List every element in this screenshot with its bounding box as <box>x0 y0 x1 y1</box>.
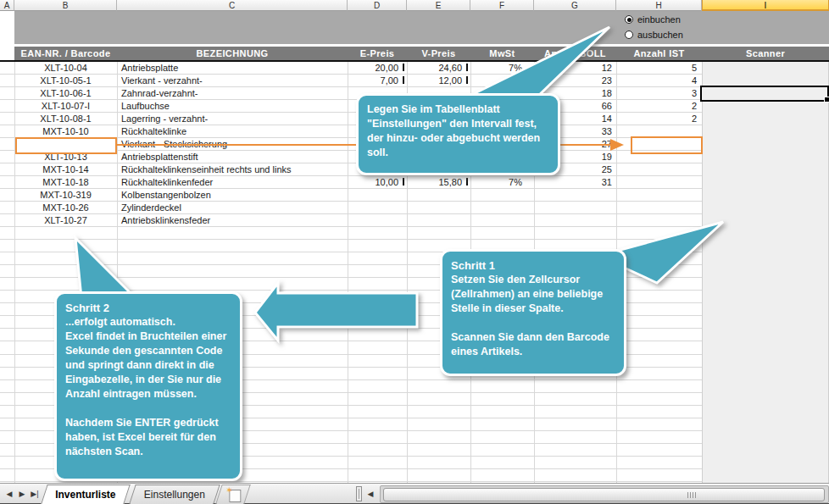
cell-anzahl-ist[interactable]: 2 <box>616 113 702 125</box>
column-letter-F[interactable]: F <box>470 0 534 11</box>
table-row: MXT-10-10Rückhalteklinke33 <box>0 125 702 138</box>
cell-bezeichnung[interactable]: Zylinderdeckel <box>117 202 348 213</box>
cell-anzahl-ist[interactable]: 2 <box>616 100 702 112</box>
sheet-nav-prev-button[interactable]: ◀ <box>3 486 15 501</box>
cell-mwst[interactable] <box>470 214 534 226</box>
cell-bezeichnung[interactable]: Antriebsplattenstift <box>117 151 348 163</box>
cell-v_preis[interactable] <box>407 189 470 201</box>
price-value <box>407 214 470 226</box>
cell-v_preis[interactable]: 12,00 <box>407 75 470 86</box>
cell-e_preis[interactable] <box>348 202 407 213</box>
cell-anzahl-ist[interactable]: 4 <box>616 75 702 86</box>
cell-ean-code[interactable]: MXT-10-14 <box>14 163 117 175</box>
cell-bezeichnung[interactable]: Antriebsplatte <box>117 62 348 74</box>
cell-anzahl-ist[interactable] <box>616 163 702 175</box>
column-letter-B[interactable]: B <box>14 0 117 11</box>
cell-ean-code[interactable]: XLT-10-06-1 <box>14 87 117 99</box>
cell-e_preis[interactable]: 20,00 <box>348 62 407 74</box>
cell-mwst[interactable] <box>470 202 534 213</box>
cell-bezeichnung[interactable]: Antriebsklinkensfeder <box>117 214 348 226</box>
table-row: XLT-10-06-1Zahnrad-verzahnt-183 <box>0 87 702 100</box>
cell-v_preis[interactable]: 15,80 <box>407 176 470 188</box>
cell-anzahl-soll[interactable] <box>534 189 616 201</box>
cell-mwst[interactable] <box>470 75 534 86</box>
cell-anzahl-ist[interactable]: 3 <box>616 87 702 99</box>
price-value <box>407 189 470 201</box>
cell-anzahl-ist[interactable] <box>616 214 702 226</box>
cell-mwst[interactable]: 7% <box>470 62 534 74</box>
cell-mwst[interactable] <box>470 189 534 201</box>
cell-anzahl-soll[interactable]: 23 <box>534 75 616 86</box>
cell-anzahl-ist[interactable] <box>616 202 702 213</box>
cell-v_preis[interactable] <box>407 202 470 213</box>
cell-anzahl-soll[interactable] <box>534 214 616 226</box>
cell-bezeichnung[interactable]: Vierkant - verzahnt- <box>117 75 348 86</box>
column-letter-A[interactable]: A <box>0 0 14 11</box>
cell-bezeichnung[interactable]: Laufbuchse <box>117 100 348 112</box>
table-row: XLT-10-27Antriebsklinkensfeder <box>0 214 702 227</box>
merged-top-band <box>14 11 829 44</box>
sheet-nav-next-button[interactable]: ▶ <box>16 486 28 501</box>
radio-einbuchen[interactable]: einbuchen <box>625 14 681 25</box>
cell-anzahl-ist[interactable] <box>616 176 702 188</box>
cell-anzahl-ist[interactable]: 5 <box>616 62 702 74</box>
cell-ean-code[interactable]: MXT-10-26 <box>14 202 117 213</box>
cell-bezeichnung[interactable]: Rückhalteklinkenseinheit rechts und link… <box>117 163 348 175</box>
cell-e_preis[interactable] <box>348 214 407 226</box>
cell-ean-code[interactable]: MXT-10-18 <box>14 176 117 188</box>
callout-step2: Schritt 2 ...erfolgt automatisch. Excel … <box>54 291 242 481</box>
cell-v_preis[interactable] <box>407 214 470 226</box>
horizontal-scrollbar[interactable] <box>380 485 829 503</box>
cell-ean-code[interactable]: XLT-10-05-1 <box>14 75 117 86</box>
radio-dot <box>627 18 631 22</box>
column-letter-G[interactable]: G <box>534 0 616 11</box>
highlight-rect-barcode-cell <box>15 137 117 154</box>
sheet-nav-last-button[interactable]: ▶| <box>29 486 41 501</box>
cell-ean-code[interactable]: XLT-10-08-1 <box>14 113 117 125</box>
column-letter-H[interactable]: H <box>616 0 702 11</box>
price-number: 7,00 <box>381 75 398 86</box>
insert-worksheet-tab[interactable]: ✶ <box>215 485 250 504</box>
radio-circle-icon <box>625 15 633 24</box>
cell-anzahl-soll[interactable] <box>534 202 616 213</box>
price-value <box>407 202 470 213</box>
cell-ean-code[interactable]: MXT-10-319 <box>14 189 117 201</box>
cell-e_preis[interactable] <box>348 189 407 201</box>
price-value: 24,60 <box>407 62 470 74</box>
cell-bezeichnung[interactable]: Rückhalteklinke <box>117 125 348 137</box>
cell-anzahl-soll[interactable]: 12 <box>534 62 616 74</box>
cell-ean-code[interactable]: XLT-10-07-I <box>14 100 117 112</box>
column-letter-E[interactable]: E <box>407 0 470 11</box>
cell-ean-code[interactable]: MXT-10-10 <box>14 125 117 137</box>
price-value: 12,00 <box>407 75 470 86</box>
cell-anzahl-soll[interactable]: 31 <box>534 176 616 188</box>
column-letter-D[interactable]: D <box>348 0 407 11</box>
active-cell-scanner[interactable] <box>700 86 829 102</box>
column-letter-I[interactable]: I <box>702 0 829 11</box>
column-letter-C[interactable]: C <box>117 0 348 11</box>
cell-ean-code[interactable]: XLT-10-27 <box>14 214 117 226</box>
radio-ausbuchen[interactable]: ausbuchen <box>625 30 683 40</box>
sheet-tab-einstellungen[interactable]: Einstellungen <box>129 485 220 504</box>
price-number: 24,60 <box>438 62 462 74</box>
cell-e_preis[interactable]: 10,00 <box>348 176 407 188</box>
cell-bezeichnung[interactable]: Zahnrad-verzahnt- <box>117 87 348 99</box>
cell-v_preis[interactable]: 24,60 <box>407 62 470 74</box>
cell-ean-code[interactable]: XLT-10-04 <box>14 62 117 74</box>
cell-anzahl-ist[interactable] <box>616 189 702 201</box>
price-value: 7,00 <box>348 75 407 86</box>
price-value <box>348 202 407 213</box>
cell-e_preis[interactable]: 7,00 <box>348 75 407 86</box>
scanner-column-fill <box>702 62 828 484</box>
cell-bezeichnung[interactable]: Lagerring - verzahnt- <box>117 113 348 125</box>
cell-mwst[interactable]: 7% <box>470 176 534 188</box>
tab-scrollbar-splitter[interactable] <box>356 486 362 501</box>
cell-bezeichnung[interactable]: Rückhalteklinkenfeder <box>117 176 348 188</box>
sheet-tab-inventurliste[interactable]: Inventurliste <box>41 485 130 504</box>
cell-bezeichnung[interactable]: Kolbenstangenbolzen <box>117 189 348 201</box>
hscroll-left-button[interactable]: ◀ <box>364 486 376 501</box>
horizontal-scrollbar-thumb[interactable] <box>383 488 825 501</box>
fill-handle[interactable] <box>824 97 829 102</box>
callout-interval-text: Legen Sie im Tabellenblatt "Einstellunge… <box>367 102 549 160</box>
price-number: 15,80 <box>438 176 462 188</box>
